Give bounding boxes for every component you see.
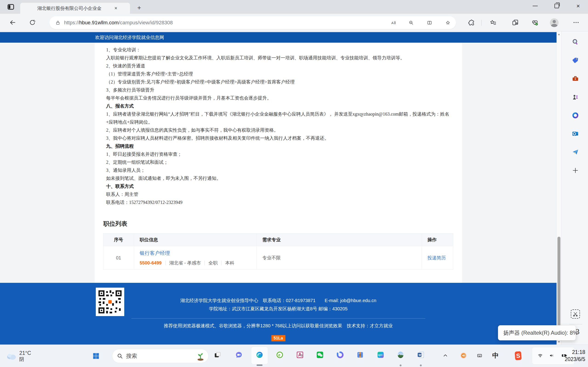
360-browser-button[interactable]: e — [275, 350, 285, 360]
split-screen-button[interactable] — [426, 19, 433, 27]
toolbox-icon — [572, 74, 579, 83]
ellipsis-icon — [573, 19, 579, 26]
address-bar[interactable]: https://hbue.91wllm.com/campus/view/id/9… — [49, 16, 456, 29]
touch-keyboard-button[interactable] — [476, 352, 484, 359]
iqiyi-button[interactable]: iQIYI — [376, 350, 386, 360]
task-view-icon — [214, 350, 221, 359]
article-paragraph: 1、应聘者请登录湖北银行网站“人才招聘”栏目，下载并填写《湖北银行小企业金融服务… — [106, 110, 451, 126]
taskbar-search-box[interactable]: 搜索 — [112, 349, 208, 363]
col-major: 需求专业 — [257, 234, 422, 246]
site-banner: 欢迎访问湖北经济学院就业信息网 — [0, 32, 556, 43]
tab-actions-button[interactable] — [6, 3, 16, 11]
screenshot-tool-button[interactable] — [571, 309, 580, 319]
sidebar-microsoft365-button[interactable] — [570, 110, 580, 120]
browser-essentials-button[interactable] — [530, 18, 540, 27]
wifi-indicator[interactable] — [536, 352, 544, 359]
zip-tool-button[interactable]: ZIP — [355, 350, 365, 360]
outlook-icon — [572, 129, 579, 138]
search-icon — [117, 353, 123, 359]
start-button[interactable] — [91, 351, 101, 361]
new-tab-button[interactable]: + — [135, 4, 143, 12]
collections-button[interactable] — [510, 18, 520, 27]
col-job-info: 职位信息 — [134, 234, 257, 246]
read-aloud-button[interactable]: A — [389, 19, 397, 27]
banner-text: 欢迎访问湖北经济学院就业信息网 — [95, 34, 164, 41]
scrollbar-up-icon[interactable]: ▲ — [557, 33, 561, 35]
scrollbar-thumb[interactable] — [557, 237, 561, 339]
speaker-indicator[interactable] — [548, 352, 556, 359]
meeting-app-button[interactable] — [234, 350, 244, 360]
job-meta: 5500-6499 湖北省 - 孝感市 全职 本科 — [140, 260, 256, 266]
sogou-input-button[interactable]: S — [514, 351, 523, 360]
word-running-indicator — [420, 365, 422, 366]
article-paragraph: 入职前银行观摩期让您提前了解企业文化及工作环境、入职后新员工培训、师带徒一对一培… — [106, 54, 451, 62]
tray-overflow-button[interactable] — [441, 352, 449, 359]
job-table-row: 01 银行客户经理 5500-6499 湖北省 - 孝感市 全职 本科 — [103, 246, 453, 270]
loop-app-button[interactable] — [335, 350, 345, 360]
weather-temperature: 21°C — [19, 350, 31, 356]
tab-close-icon[interactable]: × — [114, 6, 117, 11]
refresh-icon — [29, 19, 36, 26]
svg-text:A: A — [298, 352, 302, 358]
speaker-icon — [549, 352, 554, 359]
sidebar-add-button[interactable] — [570, 165, 580, 175]
scrollbar-down-icon[interactable]: ▼ — [557, 340, 561, 343]
task-view-button[interactable] — [212, 350, 223, 360]
job-table: 序号 职位信息 需求专业 操作 01 银行客户经理 5500-6499 湖北省 … — [103, 233, 453, 270]
sidebar-tools-button[interactable] — [570, 74, 580, 84]
tab-actions-icon — [8, 4, 14, 10]
job-major: 专业不限 — [257, 246, 422, 270]
restore-button[interactable] — [548, 0, 565, 12]
wechat-button[interactable] — [315, 350, 325, 360]
article-paragraph: 十、联系方式 — [106, 182, 451, 190]
sidebar-shopping-button[interactable] — [570, 55, 580, 65]
article-paragraph: 联系电话：15272794392/0712-2323949 — [106, 198, 451, 206]
article-paragraph: 联系人：周主管 — [106, 190, 451, 198]
taskbar-weather-widget[interactable]: 21°C 阴 — [6, 345, 31, 367]
sidebar-games-button[interactable] — [570, 92, 580, 102]
ime-label: 中 — [492, 351, 499, 360]
sidebar-drop-button[interactable] — [570, 147, 580, 157]
favorite-star-button[interactable] — [444, 19, 452, 27]
refresh-button[interactable] — [27, 18, 37, 27]
loop-icon — [337, 350, 344, 360]
tray-volume-indicator[interactable] — [459, 351, 468, 360]
article-paragraph: 3、多频次行员等级晋升 — [106, 86, 451, 94]
read-aloud-icon: A — [391, 19, 396, 26]
browser-tab[interactable]: 湖北银行股份有限公司小企业金 × — [20, 3, 130, 14]
article-paragraph: 3、通知录用人员； — [106, 166, 451, 174]
edge-browser-button[interactable] — [254, 350, 265, 360]
url-text[interactable]: https://hbue.91wllm.com/campus/view/id/9… — [64, 20, 173, 26]
zoom-out-button[interactable] — [407, 19, 415, 27]
extensions-button[interactable] — [466, 18, 476, 27]
close-button[interactable]: × — [569, 0, 587, 12]
microsoft-365-icon — [572, 111, 579, 120]
profile-avatar[interactable] — [550, 18, 559, 27]
word-app-button[interactable]: W — [416, 350, 426, 360]
wechat-icon — [316, 350, 324, 360]
footer-divider — [131, 318, 425, 319]
page-scrollbar[interactable]: ▲ ▼ — [556, 31, 561, 344]
job-info-cell: 银行客户经理 5500-6499 湖北省 - 孝感市 全职 本科 — [134, 246, 257, 270]
access-app-button[interactable]: A — [295, 350, 305, 360]
chevron-up-icon — [443, 352, 448, 359]
back-button[interactable] — [8, 18, 17, 27]
weather-condition: 阴 — [19, 356, 31, 362]
51la-badge[interactable]: 51La — [271, 335, 285, 341]
apply-resume-link[interactable]: 投递简历 — [427, 255, 446, 260]
photos-app-button[interactable] — [396, 350, 406, 360]
job-title-link[interactable]: 银行客户经理 — [140, 250, 256, 257]
footer-address-line: 学院地址：武汉市江夏区藏龙岛开发区杨桥湖大道8号 邮编：430205 — [0, 306, 556, 312]
shopping-tag-icon — [572, 56, 579, 65]
col-action: 操作 — [422, 234, 453, 246]
ime-indicator[interactable]: 中 — [492, 352, 499, 359]
zoom-out-icon — [409, 19, 414, 26]
settings-menu-button[interactable] — [571, 18, 581, 27]
sidebar-outlook-button[interactable] — [570, 129, 580, 139]
sidebar-divider — [569, 324, 582, 324]
sidebar-search-button[interactable] — [570, 37, 580, 47]
minimize-button[interactable] — [527, 0, 544, 12]
favorites-bar-button[interactable] — [488, 18, 498, 27]
extensions-icon — [468, 19, 475, 26]
battery-indicator[interactable] — [560, 352, 569, 359]
